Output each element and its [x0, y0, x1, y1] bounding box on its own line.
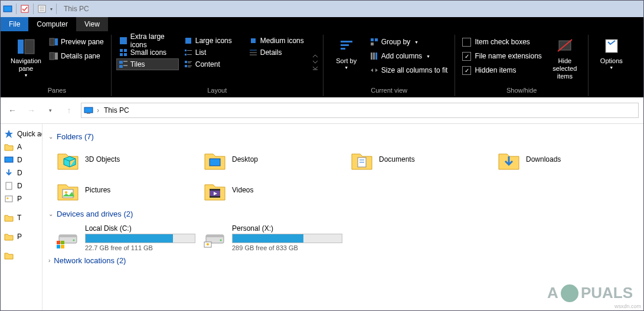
this-pc-icon — [84, 106, 93, 115]
svg-rect-18 — [123, 61, 128, 62]
svg-rect-6 — [18, 40, 24, 54]
group-by-icon — [370, 37, 379, 47]
svg-rect-41 — [375, 38, 378, 41]
svg-rect-28 — [188, 63, 191, 63]
sort-by-button[interactable]: Sort by ▼ — [328, 35, 365, 71]
folder-tile[interactable]: Videos — [201, 176, 342, 204]
layout-details[interactable]: Details — [246, 47, 309, 58]
svg-rect-44 — [373, 53, 375, 60]
forward-button[interactable]: → — [24, 103, 38, 117]
layout-scroll[interactable] — [312, 35, 318, 70]
svg-rect-17 — [119, 61, 123, 64]
svg-point-60 — [65, 191, 67, 194]
chevron-down-icon[interactable] — [312, 60, 318, 64]
layout-small[interactable]: Small icons — [116, 47, 179, 58]
hide-icon — [555, 37, 574, 56]
tab-file[interactable]: File — [1, 17, 28, 31]
size-columns-button[interactable]: Size all columns to fit — [367, 63, 450, 77]
folder-label: Desktop — [232, 155, 258, 163]
chevron-down-icon: ⌄ — [48, 211, 53, 217]
layout-list[interactable]: List — [181, 47, 244, 58]
svg-rect-27 — [188, 61, 192, 62]
sidebar-item[interactable]: D — [3, 153, 43, 166]
back-button[interactable]: ← — [5, 103, 19, 117]
svg-rect-13 — [120, 49, 123, 52]
options-button[interactable]: Options ▼ — [593, 35, 630, 71]
chevron-right-icon: › — [48, 257, 50, 264]
chevron-down-icon: ▼ — [414, 40, 419, 44]
checkbox-checked-icon: ✓ — [462, 52, 471, 61]
hide-selected-button[interactable]: Hide selected items — [547, 35, 583, 81]
folder-tile[interactable]: Desktop — [201, 146, 342, 173]
breadcrumb-sep[interactable]: › — [97, 106, 99, 114]
tiles-icon — [119, 60, 128, 69]
sidebar-item[interactable]: A — [3, 140, 43, 153]
xl-icons-icon — [119, 36, 128, 45]
sidebar-quick-access[interactable]: Quick access — [3, 127, 43, 140]
svg-rect-31 — [188, 67, 191, 67]
breadcrumb-root[interactable]: This PC — [104, 106, 129, 114]
sidebar-item[interactable]: P — [3, 192, 43, 205]
sidebar-item[interactable]: D — [3, 179, 43, 192]
more-icon[interactable] — [312, 66, 318, 70]
folder-tile[interactable]: Pictures — [54, 176, 195, 204]
checkbox-unchecked-icon — [462, 38, 471, 47]
add-columns-button[interactable]: Add columns▼ — [367, 49, 450, 63]
sidebar-item[interactable]: T — [3, 211, 43, 224]
layout-medium[interactable]: Medium icons — [246, 35, 309, 47]
section-folders[interactable]: ⌄ Folders (7) — [48, 132, 638, 141]
section-drives[interactable]: ⌄ Devices and drives (2) — [48, 209, 638, 218]
svg-rect-63 — [210, 196, 220, 198]
svg-rect-1 — [21, 5, 28, 12]
group-by-button[interactable]: Group by▼ — [367, 35, 450, 49]
svg-rect-48 — [606, 40, 617, 53]
small-icons-icon — [119, 48, 128, 57]
svg-point-54 — [7, 198, 9, 199]
address-bar[interactable]: › This PC — [81, 103, 639, 118]
qat-dropdown-icon[interactable]: ▾ — [50, 6, 53, 12]
file-extensions-toggle[interactable]: ✓File name extensions — [460, 49, 544, 63]
download-icon — [4, 168, 14, 178]
folder-tile[interactable]: Documents — [348, 146, 489, 173]
chevron-up-icon[interactable] — [312, 54, 318, 58]
item-checkboxes-toggle[interactable]: Item check boxes — [460, 35, 544, 49]
folder-icon — [496, 147, 521, 172]
navigation-pane-button[interactable]: Navigation pane ▼ — [8, 35, 44, 78]
details-icon — [249, 48, 258, 57]
drive-tile[interactable]: Personal (X:)289 GB free of 833 GB — [201, 223, 342, 253]
layout-content[interactable]: Content — [181, 58, 244, 70]
chevron-down-icon: ⌄ — [48, 133, 53, 140]
section-network[interactable]: › Network locations (2) — [48, 256, 638, 265]
up-button[interactable]: ↑ — [62, 103, 76, 117]
drive-icon — [55, 224, 80, 249]
hidden-items-toggle[interactable]: ✓Hidden items — [460, 63, 544, 77]
preview-pane-button[interactable]: Preview pane — [47, 35, 106, 49]
tab-view[interactable]: View — [76, 17, 108, 31]
group-current-view: Sort by ▼ Group by▼ Add columns▼ Size al… — [323, 35, 456, 96]
folder-label: Documents — [379, 155, 415, 163]
tab-computer[interactable]: Computer — [28, 17, 76, 31]
svg-rect-22 — [185, 50, 187, 51]
svg-rect-29 — [185, 65, 187, 67]
navigation-sidebar[interactable]: Quick access A D D D P T P — [1, 124, 43, 310]
quick-save-icon[interactable] — [20, 4, 30, 14]
drive-tile[interactable]: Local Disk (C:)22.7 GB free of 111 GB — [54, 223, 195, 253]
folder-label: Videos — [232, 186, 253, 194]
sidebar-item[interactable]: P — [3, 230, 43, 243]
sidebar-item[interactable]: D — [3, 166, 43, 179]
details-pane-button[interactable]: Details pane — [47, 49, 106, 63]
layout-tiles[interactable]: Tiles — [116, 58, 179, 70]
folder-tile[interactable]: 3D Objects — [54, 146, 195, 173]
properties-icon[interactable] — [37, 4, 47, 14]
svg-rect-15 — [120, 53, 123, 56]
separator — [16, 4, 17, 14]
drive-usage-bar — [85, 234, 195, 243]
layout-large[interactable]: Large icons — [181, 35, 244, 47]
layout-xl[interactable]: Extra large icons — [116, 35, 179, 47]
recent-dropdown[interactable]: ▾ — [43, 103, 57, 117]
svg-rect-0 — [4, 6, 12, 12]
folder-tile[interactable]: Downloads — [495, 146, 636, 173]
picture-icon — [4, 194, 14, 204]
svg-rect-69 — [57, 245, 60, 248]
sidebar-item[interactable] — [3, 249, 43, 262]
